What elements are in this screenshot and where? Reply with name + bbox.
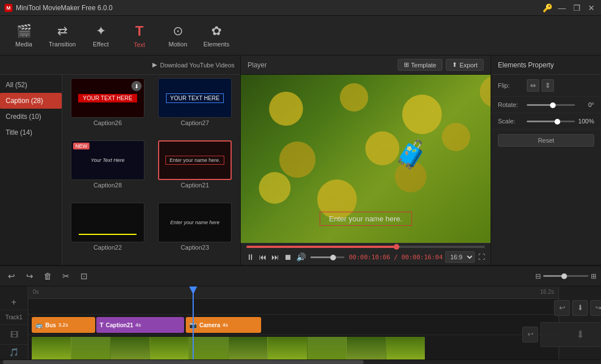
app-title: MiniTool MovieMaker Free 6.0.0 [16,4,113,12]
timeline-ruler[interactable]: 0s 16.2s [28,286,559,299]
progress-handle[interactable] [394,244,399,250]
settings-btn[interactable]: 🔑 [542,3,552,13]
redo-button[interactable]: ↪ [23,269,36,283]
zoom-row: ⊟ ⊞ [535,272,596,280]
add-track-icon[interactable]: + [11,297,16,307]
scale-row: Scale: 100% [491,113,601,130]
rotate-right-btn[interactable]: ↪ [590,300,601,316]
timeline-content: + Track1 🎞 🎵 0s 16.2s [0,286,601,359]
pause-button[interactable]: ⏸ [246,252,254,262]
scale-handle[interactable] [555,119,560,125]
clip-caption-label: Caption21 [106,322,133,328]
progress-bar[interactable] [246,246,485,248]
gallery-item-cap26[interactable]: YOUR TEXT HERE ⬇ Caption26 [66,78,150,137]
gallery-item-cap22[interactable]: Caption22 [66,203,150,262]
timeline-cursor [193,286,194,359]
player-header: Player ⊞ Template ⬆ Export [241,55,491,75]
gallery-thumb-cap21: Enter your name here. [158,140,232,180]
export-button[interactable]: ⬆ Export [446,59,484,71]
gallery-item-cap28[interactable]: NEW Your Text Here Caption28 [66,140,150,199]
zoom-handle[interactable] [561,273,567,279]
toolbar-elements[interactable]: ✿ Elements [198,19,235,53]
rotate-slider[interactable] [527,104,575,106]
stop-button[interactable]: ⏹ [284,252,292,262]
ruler-start: 0s [33,289,39,295]
gallery-item-cap21[interactable]: Enter your name here. Caption21 [153,140,237,199]
minimize-btn[interactable]: — [557,3,567,13]
gallery-item-cap23[interactable]: Enter your name here Caption23 [153,203,237,262]
volume-button[interactable]: 🔊 [296,252,306,262]
tl-tools: ↩ ↪ 🗑 ✂ ⊡ [5,269,91,283]
gallery-thumb-cap23: Enter your name here [158,203,232,242]
gallery-item-cap27[interactable]: YOUR TEXT HERE Caption27 [153,78,237,137]
flip-vertical-btn[interactable]: ⇕ [542,79,554,92]
zoom-in-icon[interactable]: ⊞ [591,272,596,280]
sidebar-item-all[interactable]: All (52) [0,77,62,93]
restore-btn[interactable]: ❐ [572,3,582,13]
volume-handle[interactable] [330,255,336,260]
track-label-add[interactable]: + [0,296,28,310]
video-strip [32,337,425,359]
scale-fill [527,121,556,122]
toolbar-effect[interactable]: ✦ Effect [83,19,119,53]
video-track-row [28,335,559,359]
toolbar-media[interactable]: 🎬 Media [6,19,42,53]
download-btn-cap26[interactable]: ⬇ [131,81,142,91]
time-separator: / [394,254,401,261]
main-area: ▶ Download YouTube Videos All (52) Capti… [0,55,601,265]
clip-caption21[interactable]: T Caption21 4s [96,317,184,333]
frame-2 [71,337,110,359]
zoom-slider[interactable] [543,275,589,277]
app-icon: M [5,4,12,12]
sidebar-item-caption[interactable]: Caption (28) [0,93,62,109]
aspect-ratio-select[interactable]: 16:9 9:16 4:3 1:1 [445,251,475,263]
close-btn[interactable]: ✕ [586,3,596,13]
toolbar-elements-label: Elements [203,41,229,48]
step-back-button[interactable]: ⏮ [259,252,267,262]
download-track-btn[interactable]: ⬇ [572,300,588,316]
clip-bus[interactable]: 🚌 Bus 3.2s [32,317,95,333]
track1-row: 🚌 Bus 3.2s T Caption21 4s 📷 Camera 4 [28,315,559,335]
total-time: 00:00:16:04 [402,254,443,261]
crop-button[interactable]: ⊡ [77,269,91,283]
frame-10 [386,337,425,359]
panel-content: All (52) Caption (28) Credits (10) Title… [0,75,240,265]
player-header-right: ⊞ Template ⬆ Export [398,59,484,71]
flip-horizontal-btn[interactable]: ⇔ [527,79,539,92]
zoom-fill [543,275,564,277]
toolbar-transition-label: Transition [49,41,76,48]
sidebar-item-title[interactable]: Title (14) [0,125,62,140]
flip-controls: ⇔ ⇕ [527,79,594,92]
cap21-label: Caption21 [181,182,209,189]
sticker-overlay: 🧳 [394,139,428,173]
timeline-tracks: 🚌 Bus 3.2s T Caption21 4s 📷 Camera 4 [28,299,559,359]
gallery-thumb-cap27: YOUR TEXT HERE [158,78,232,118]
horizontal-scrollbar[interactable] [0,359,601,364]
sidebar-item-credits[interactable]: Credits (10) [0,109,62,125]
scale-value: 100% [577,118,594,125]
toolbar-transition[interactable]: ⇄ Transition [44,19,80,53]
delete-button[interactable]: 🗑 [41,269,54,283]
scale-slider[interactable] [527,121,575,122]
new-badge-cap28: NEW [73,143,89,149]
undo-button[interactable]: ↩ [5,269,18,283]
scrollbar-thumb[interactable] [3,360,364,364]
template-button[interactable]: ⊞ Template [398,59,443,71]
toolbar-media-label: Media [15,41,32,48]
cut-button[interactable]: ✂ [59,269,73,283]
clip-camera[interactable]: 📷 Camera 4s [186,317,261,333]
toolbar-motion[interactable]: ⊙ Motion [160,19,196,53]
player-header-left: Player [248,61,267,69]
volume-slider[interactable] [310,256,344,258]
toolbar-text[interactable]: T Text [121,19,157,53]
step-forward-button[interactable]: ⏭ [271,252,279,262]
reset-button[interactable]: Reset [498,134,594,147]
rotate-handle[interactable] [550,102,556,108]
fullscreen-button[interactable]: ⛶ [478,253,485,261]
clip-bus-label: Bus [45,322,56,328]
time-display: 00:00:10:06 / 00:00:16:04 [349,254,443,261]
scale-label: Scale: [498,118,523,125]
zoom-out-icon[interactable]: ⊟ [535,272,541,280]
volume-slider-container [310,256,344,258]
download-youtube-btn[interactable]: ▶ Download YouTube Videos [152,61,235,68]
